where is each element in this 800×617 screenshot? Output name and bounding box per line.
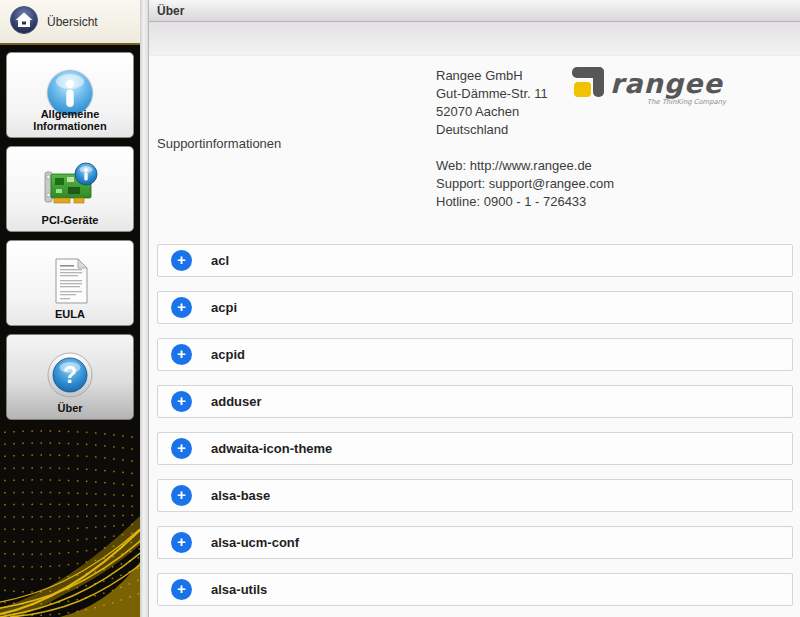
question-icon: ?	[46, 351, 94, 399]
expand-plus-icon[interactable]: +	[171, 438, 192, 459]
contact-line-web: Web: http://www.rangee.de	[436, 157, 614, 175]
expand-plus-icon[interactable]: +	[171, 391, 192, 412]
panel-title: Über	[157, 4, 184, 18]
contact-line-hotline: Hotline: 0900 - 1 - 726433	[436, 193, 614, 211]
sidebar-item-pci-devices-label: PCI-Geräte	[7, 214, 133, 226]
package-name: adwaita-icon-theme	[211, 441, 332, 456]
panel-header-band	[149, 22, 800, 56]
rangee-tagline: The ThinKing Company	[647, 98, 727, 106]
package-row-acpi[interactable]: + acpi	[157, 291, 793, 324]
sidebar-item-general-info[interactable]: Allgemeine Informationen	[6, 52, 134, 138]
address-spacer	[436, 139, 614, 157]
rangee-wordmark: rangee	[610, 68, 723, 99]
package-name: alsa-ucm-conf	[211, 535, 299, 550]
support-info-label: Supportinformationen	[157, 136, 281, 151]
sidebar-artwork	[0, 425, 140, 617]
svg-text:?: ?	[63, 362, 77, 388]
expand-plus-icon[interactable]: +	[171, 297, 192, 318]
package-row-acpid[interactable]: + acpid	[157, 338, 793, 371]
sidebar-item-pci-devices[interactable]: PCI-Geräte	[6, 146, 134, 232]
sidebar-item-overview[interactable]: Übersicht	[0, 0, 140, 45]
expand-plus-icon[interactable]: +	[171, 485, 192, 506]
panel-titlebar: Über	[149, 0, 800, 22]
package-name: alsa-base	[211, 488, 270, 503]
sidebar-content-divider	[140, 0, 148, 617]
package-row-adduser[interactable]: + adduser	[157, 385, 793, 418]
sidebar: Übersicht Allgemeine Informationen	[0, 0, 140, 617]
package-row-alsa-base[interactable]: + alsa-base	[157, 479, 793, 512]
contact-line-support: Support: support@rangee.com	[436, 175, 614, 193]
support-section: Supportinformationen Rangee GmbH Gut-Däm…	[149, 56, 800, 234]
package-name: acpid	[211, 347, 245, 362]
package-name: adduser	[211, 394, 262, 409]
package-name: acl	[211, 253, 229, 268]
pci-card-icon	[41, 162, 99, 212]
package-row-alsa-utils[interactable]: + alsa-utils	[157, 573, 793, 606]
sidebar-item-general-info-label: Allgemeine Informationen	[7, 108, 133, 132]
expand-plus-icon[interactable]: +	[171, 250, 192, 271]
package-row-acl[interactable]: + acl	[157, 244, 793, 277]
main-panel: Über Supportinformationen Rangee GmbH Gu…	[148, 0, 800, 617]
address-line: Deutschland	[436, 121, 614, 139]
document-icon	[49, 256, 91, 306]
expand-plus-icon[interactable]: +	[171, 532, 192, 553]
package-name: acpi	[211, 300, 237, 315]
sidebar-item-overview-label: Übersicht	[47, 15, 98, 29]
sidebar-item-about[interactable]: ? Über	[6, 334, 134, 420]
sidebar-item-eula[interactable]: EULA	[6, 240, 134, 326]
rangee-logo: rangee The ThinKing Company	[570, 65, 728, 109]
sidebar-item-eula-label: EULA	[7, 308, 133, 320]
home-icon	[9, 5, 39, 39]
expand-plus-icon[interactable]: +	[171, 344, 192, 365]
package-list: + acl + acpi + acpid + adduser + adwaita…	[157, 244, 793, 606]
package-row-alsa-ucm-conf[interactable]: + alsa-ucm-conf	[157, 526, 793, 559]
package-name: alsa-utils	[211, 582, 267, 597]
sidebar-item-about-label: Über	[7, 402, 133, 414]
expand-plus-icon[interactable]: +	[171, 579, 192, 600]
package-row-adwaita-icon-theme[interactable]: + adwaita-icon-theme	[157, 432, 793, 465]
